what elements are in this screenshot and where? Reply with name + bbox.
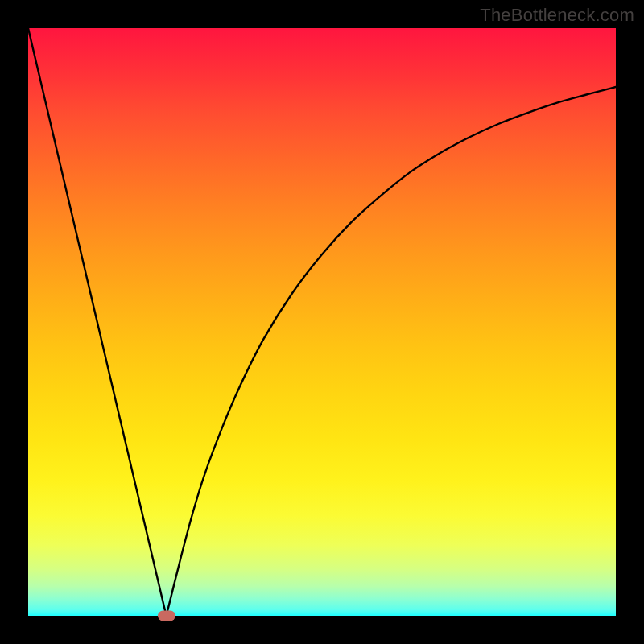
chart-frame: TheBottleneck.com [0, 0, 644, 644]
bottleneck-curve [28, 28, 616, 616]
plot-area [28, 28, 616, 616]
optimum-marker [158, 611, 175, 621]
attribution-text: TheBottleneck.com [480, 5, 634, 26]
